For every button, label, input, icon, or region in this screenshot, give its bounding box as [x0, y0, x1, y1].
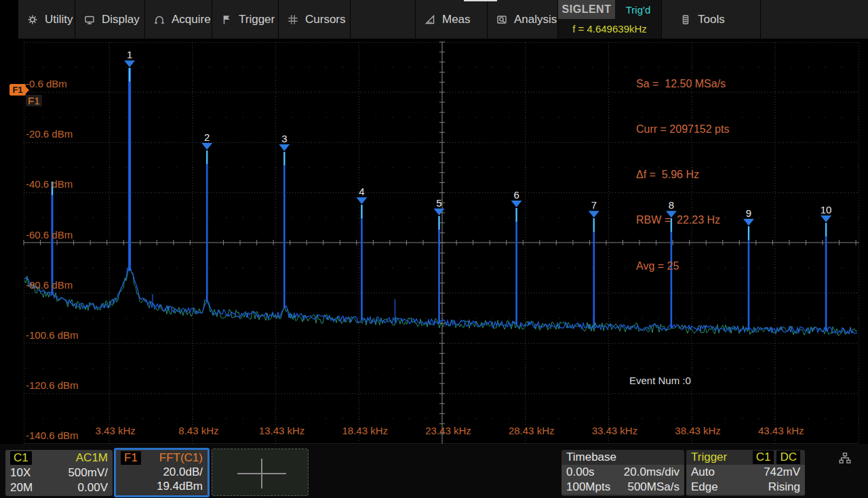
arch-icon: [153, 14, 165, 26]
timebase-points: 100Mpts: [566, 480, 610, 494]
timebase-scale: 20.0ms/div: [624, 465, 679, 479]
c1-badge: C1: [10, 451, 32, 465]
x-tick-label: 8.43 kHz: [178, 425, 218, 436]
add-trace-slot[interactable]: [212, 449, 309, 496]
menu-label: Trigger: [239, 13, 275, 26]
plus-icon: [261, 459, 262, 489]
frequency-counter-readout: f = 4.649639kHz: [558, 19, 661, 39]
timebase-sample-rate: 500MSa/s: [627, 480, 679, 494]
f1-ref-level: 19.4dBm: [157, 480, 203, 493]
menu-bar: Utility Display Acquire Trigger Cursors …: [18, 0, 868, 39]
trigger-mode: Auto: [691, 465, 715, 479]
menu-label: Display: [102, 13, 140, 26]
peak-marker-5: [434, 209, 445, 215]
timebase-panel[interactable]: Timebase 0.00s 20.0ms/div 100Mpts 500MSa…: [561, 450, 684, 496]
f1-trace-label: F1: [26, 95, 42, 106]
menu-item-analysis[interactable]: Analysis: [488, 0, 558, 39]
monitor-icon: [83, 14, 96, 26]
c1-scale: 500mV/: [68, 466, 108, 480]
top-highlight-line: [464, 0, 497, 1]
flag-icon: [220, 14, 233, 26]
x-tick-label: 28.43 kHz: [509, 425, 555, 436]
y-tick-label: -140.6 dBm: [26, 430, 79, 441]
timebase-title: Timebase: [566, 451, 616, 464]
trigger-slope: Rising: [768, 480, 800, 494]
oscilloscope-screen: 123456789103.43 kHz8.43 kHz13.43 kHz18.4…: [0, 0, 868, 498]
peak-marker-10: [821, 215, 831, 222]
peak-number-label: 6: [513, 189, 519, 201]
channel-c1-panel[interactable]: C1 AC1M 10X 500mV/ 20M 0.00V: [5, 450, 113, 496]
y-tick-label: -100.6 dBm: [26, 329, 79, 341]
peak-number-label: 5: [436, 197, 441, 209]
menu-item-tools[interactable]: Tools: [662, 0, 761, 39]
spectrum-plot: 123456789103.43 kHz8.43 kHz13.43 kHz18.4…: [0, 0, 868, 498]
math-f1-panel[interactable]: F1 FFT(C1) 20.0dB/ 19.4dBm: [114, 448, 210, 497]
f1-reference-tag[interactable]: F1: [9, 84, 26, 96]
brand-status-block: SIGLENT Trig'd f = 4.649639kHz: [558, 0, 662, 39]
y-tick-label: -60.6 dBm: [26, 229, 73, 241]
trigger-title: Trigger: [691, 451, 727, 464]
fft-rbw: RBW = 22.23 Hz: [636, 213, 729, 228]
fft-info-readout: Sa = 12.50 MSa/s Curr = 2097152 pts Δf =…: [636, 46, 729, 304]
fft-sample-rate: Sa = 12.50 MSa/s: [636, 77, 729, 91]
c1-coupling: AC1M: [76, 451, 108, 465]
peak-marker-2: [201, 143, 212, 150]
menu-item-cursors[interactable]: Cursors: [279, 0, 351, 39]
folder-search-icon: [496, 14, 508, 26]
clipboard-icon: [679, 14, 692, 26]
y-tick-label: -80.6 dBm: [26, 279, 73, 291]
menu-item-display[interactable]: Display: [75, 0, 145, 39]
peak-number-label: 10: [821, 204, 832, 215]
f1-scale: 20.0dB/: [163, 465, 203, 479]
gear-icon: [26, 14, 39, 26]
menu-filler: [761, 0, 868, 39]
peak-marker-1: [124, 60, 135, 67]
menu-spacer: [351, 0, 416, 39]
menu-label: Acquire: [172, 13, 211, 26]
menu-label: Cursors: [305, 13, 346, 26]
x-tick-label: 33.43 kHz: [592, 425, 638, 436]
peak-number-label: 3: [281, 133, 287, 144]
x-tick-label: 3.43 kHz: [96, 425, 136, 436]
menu-item-trigger[interactable]: Trigger: [212, 0, 279, 39]
y-tick-label: -20.6 dBm: [26, 128, 73, 140]
fft-average-count: Avg = 25: [636, 259, 729, 274]
fft-current-points: Curr = 2097152 pts: [636, 122, 729, 137]
network-icon[interactable]: [838, 451, 852, 465]
trigger-panel[interactable]: Trigger C1 DC Auto 742mV Edge Rising: [686, 450, 805, 496]
trigger-status-badge: Trig'd: [615, 0, 661, 19]
trigger-type: Edge: [691, 480, 718, 494]
menu-item-utility[interactable]: Utility: [18, 0, 75, 39]
peak-number-label: 7: [591, 199, 597, 211]
x-tick-label: 43.43 kHz: [758, 425, 804, 436]
menu-label: Meas: [442, 13, 471, 26]
y-tick-label: -40.6 dBm: [26, 178, 73, 190]
menu-item-meas[interactable]: Meas: [416, 0, 488, 39]
c1-bandwidth: 20M: [10, 481, 33, 495]
peak-marker-9: [743, 219, 754, 226]
ruler-triangle-icon: [424, 14, 436, 26]
cursors-grid-icon: [287, 14, 299, 26]
brand-logo: SIGLENT: [558, 0, 615, 19]
event-num-readout: Event Num :0: [629, 375, 691, 386]
peak-marker-4: [356, 197, 367, 204]
y-tick-label: -120.6 dBm: [26, 379, 79, 391]
peak-marker-3: [279, 144, 290, 151]
c1-offset: 0.00V: [78, 481, 108, 495]
menu-label: Utility: [45, 13, 73, 26]
f1-function: FFT(C1): [159, 451, 203, 465]
peak-marker-7: [589, 211, 599, 217]
peak-number-label: 9: [746, 207, 751, 219]
c1-probe: 10X: [10, 466, 31, 480]
peak-marker-6: [511, 201, 522, 207]
peak-number-label: 4: [359, 186, 364, 197]
menu-label: Tools: [698, 13, 725, 26]
menu-item-acquire[interactable]: Acquire: [145, 0, 212, 39]
peak-number-label: 1: [127, 49, 132, 60]
x-tick-label: 18.43 kHz: [342, 425, 389, 436]
fft-delta-f: Δf = 5.96 Hz: [636, 167, 729, 182]
peak-number-label: 2: [204, 131, 210, 143]
trigger-level: 742mV: [764, 465, 800, 479]
f1-badge: F1: [121, 451, 141, 465]
trigger-coupling: DC: [776, 451, 800, 464]
